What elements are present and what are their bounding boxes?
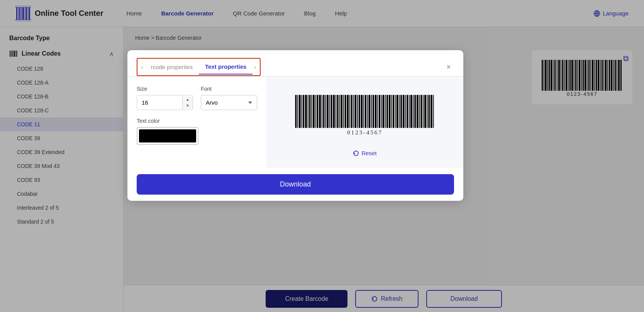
svg-rect-89	[341, 95, 342, 128]
svg-rect-94	[351, 95, 353, 128]
modal-tabs-container: ‹ rcode properties Text properties ›	[137, 58, 261, 76]
svg-rect-75	[313, 95, 315, 128]
svg-rect-91	[345, 95, 346, 128]
svg-rect-109	[381, 95, 382, 128]
svg-rect-119	[400, 95, 402, 128]
color-swatch	[139, 129, 196, 142]
svg-rect-86	[336, 95, 336, 128]
modal-download-section: Download	[127, 168, 463, 201]
size-up-arrow[interactable]: ▲	[183, 97, 193, 103]
color-picker-wrapper[interactable]	[137, 127, 198, 145]
properties-modal: ‹ rcode properties Text properties › × S…	[127, 50, 463, 201]
next-tab-arrow[interactable]: ›	[253, 62, 258, 73]
svg-rect-70	[303, 95, 304, 128]
modal-body: Size ▲ ▼ Font Arvo Arial Helvetica	[127, 76, 463, 168]
font-select[interactable]: Arvo Arial Helvetica Times New Roman Cou…	[201, 95, 257, 110]
svg-rect-117	[397, 95, 398, 128]
svg-rect-103	[369, 95, 371, 128]
svg-rect-93	[349, 95, 350, 128]
svg-rect-108	[379, 95, 380, 128]
svg-rect-101	[365, 95, 366, 128]
modal-header: ‹ rcode properties Text properties › ×	[127, 50, 463, 76]
barcode-preview: 0123-4567 Reset	[291, 88, 438, 156]
svg-rect-112	[386, 95, 388, 128]
svg-rect-130	[423, 95, 424, 128]
svg-rect-67	[297, 95, 298, 128]
svg-rect-105	[373, 95, 374, 128]
size-arrows: ▲ ▼	[182, 97, 193, 109]
reset-label: Reset	[361, 150, 376, 156]
svg-rect-131	[424, 95, 426, 128]
svg-rect-73	[309, 95, 311, 128]
size-label: Size	[137, 86, 193, 92]
svg-rect-99	[361, 95, 363, 128]
svg-rect-95	[353, 95, 354, 128]
svg-rect-78	[319, 95, 321, 128]
svg-rect-128	[419, 95, 420, 128]
svg-rect-66	[295, 95, 297, 128]
svg-rect-123	[409, 95, 410, 128]
svg-rect-118	[399, 95, 400, 128]
text-color-label: Text color	[137, 118, 257, 124]
svg-rect-100	[363, 95, 364, 128]
svg-rect-107	[377, 95, 378, 128]
svg-rect-77	[317, 95, 319, 128]
svg-rect-79	[322, 95, 322, 128]
modal-close-button[interactable]: ×	[443, 59, 454, 75]
svg-rect-116	[395, 95, 396, 128]
size-font-row: Size ▲ ▼ Font Arvo Arial Helvetica	[137, 86, 257, 110]
svg-rect-113	[389, 95, 391, 128]
prev-tab-arrow[interactable]: ‹	[140, 62, 145, 73]
svg-rect-122	[407, 95, 408, 128]
svg-rect-132	[427, 95, 428, 128]
svg-rect-98	[359, 95, 360, 128]
svg-rect-121	[405, 95, 406, 128]
svg-rect-87	[337, 95, 339, 128]
svg-rect-74	[311, 95, 312, 128]
svg-rect-133	[428, 95, 430, 128]
text-color-row: Text color	[137, 118, 257, 145]
svg-text:0123-4567: 0123-4567	[347, 129, 382, 136]
size-down-arrow[interactable]: ▼	[183, 103, 193, 109]
svg-rect-110	[383, 95, 385, 128]
reset-button[interactable]: Reset	[353, 150, 376, 156]
font-group: Font Arvo Arial Helvetica Times New Roma…	[201, 86, 257, 110]
svg-rect-72	[308, 95, 308, 128]
svg-rect-114	[391, 95, 392, 128]
svg-rect-85	[333, 95, 335, 128]
svg-rect-102	[367, 95, 368, 128]
reset-icon	[353, 150, 359, 156]
size-input-wrapper: ▲ ▼	[137, 95, 193, 110]
svg-rect-76	[315, 95, 316, 128]
svg-rect-90	[343, 95, 344, 128]
svg-rect-126	[414, 95, 416, 128]
svg-rect-96	[354, 95, 356, 128]
modal-form-panel: Size ▲ ▼ Font Arvo Arial Helvetica	[127, 76, 266, 168]
svg-rect-82	[327, 95, 329, 128]
svg-rect-135	[433, 95, 434, 128]
size-input[interactable]	[137, 95, 182, 110]
modal-preview-panel: 0123-4567 Reset	[266, 76, 463, 168]
svg-rect-125	[413, 95, 414, 128]
svg-rect-106	[375, 95, 377, 128]
svg-rect-71	[305, 95, 307, 128]
svg-rect-124	[410, 95, 412, 128]
svg-rect-88	[339, 95, 340, 128]
svg-rect-127	[417, 95, 419, 128]
tab-barcode-properties[interactable]: rcode properties	[145, 60, 199, 74]
svg-rect-92	[347, 95, 349, 128]
size-group: Size ▲ ▼	[137, 86, 193, 110]
svg-rect-129	[420, 95, 422, 128]
svg-rect-69	[302, 95, 302, 128]
tab-text-properties[interactable]: Text properties	[199, 59, 253, 75]
svg-rect-115	[393, 95, 394, 128]
modal-download-button[interactable]: Download	[137, 174, 454, 195]
svg-rect-68	[299, 95, 301, 128]
svg-rect-81	[325, 95, 326, 128]
svg-rect-83	[329, 95, 330, 128]
svg-rect-84	[331, 95, 332, 128]
svg-rect-97	[357, 95, 358, 128]
svg-rect-80	[323, 95, 325, 128]
svg-rect-134	[430, 95, 432, 128]
svg-rect-120	[403, 95, 405, 128]
